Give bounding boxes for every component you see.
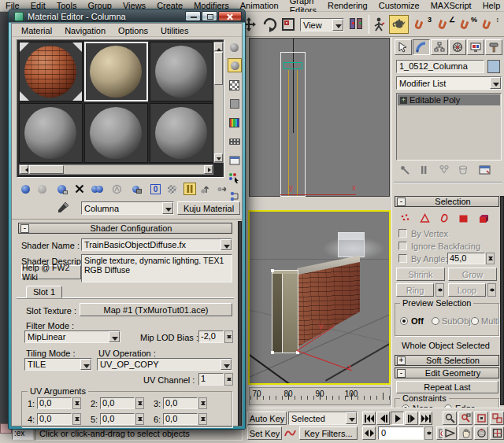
chevron-down-icon[interactable]: [220, 239, 232, 250]
repeat-last-button[interactable]: Repeat Last: [396, 381, 498, 393]
material-slot-4[interactable]: [19, 103, 83, 163]
selection-set-dropdown[interactable]: Selected: [288, 412, 358, 425]
menu-item-help[interactable]: Help: [477, 1, 504, 10]
collapse-icon[interactable]: -: [397, 198, 406, 206]
uv-arg-3-field[interactable]: 0,0: [163, 397, 198, 409]
next-frame-button[interactable]: [405, 412, 418, 425]
show-map-in-viewport-icon[interactable]: [165, 183, 179, 195]
uv-arg-5-field[interactable]: 0,0: [100, 413, 135, 425]
uv-channel-spinner[interactable]: [224, 373, 233, 386]
sample-uv-tiling-icon[interactable]: [228, 98, 241, 110]
material-name-dropdown[interactable]: Columna: [81, 201, 174, 215]
vertex-subobject-icon[interactable]: [398, 212, 412, 224]
material-editor-options-icon[interactable]: [228, 154, 241, 167]
material-id-channel-icon[interactable]: 0: [149, 183, 162, 195]
pick-material-eyedropper-icon[interactable]: [57, 201, 69, 213]
filter-mode-dropdown[interactable]: MipLinear: [24, 330, 120, 343]
material-slot-3[interactable]: [150, 42, 213, 102]
by-angle-checkbox[interactable]: [398, 254, 407, 263]
chevron-down-icon[interactable]: [80, 359, 91, 370]
mip-lod-bias-spinner[interactable]: [224, 330, 233, 343]
expand-icon[interactable]: +: [397, 356, 406, 365]
snap-toggle-icon[interactable]: 3: [413, 16, 432, 33]
put-material-to-scene-icon[interactable]: [35, 183, 49, 195]
go-to-end-button[interactable]: [419, 412, 432, 425]
set-key-button[interactable]: Set Key: [247, 426, 282, 440]
menu-item-rendering[interactable]: Rendering: [322, 1, 373, 10]
by-vertex-checkbox[interactable]: [398, 229, 407, 238]
put-to-library-icon[interactable]: [129, 183, 143, 195]
chevron-down-icon[interactable]: [490, 77, 501, 89]
scroll-down-icon[interactable]: [214, 153, 223, 162]
frame-spinner[interactable]: [424, 426, 433, 440]
loop-spinner[interactable]: [487, 283, 496, 297]
object-color-swatch[interactable]: [487, 60, 500, 73]
collapse-icon[interactable]: -: [20, 224, 29, 233]
slots-horizontal-scrollbar[interactable]: [19, 164, 213, 175]
selection-rollout-header[interactable]: - Selection: [395, 196, 499, 207]
render-teapot-icon[interactable]: [389, 15, 409, 34]
uv-arg-4-field[interactable]: 0,0: [37, 413, 72, 425]
key-mode-toggle[interactable]: [362, 426, 376, 440]
sample-type-icon[interactable]: [228, 41, 241, 54]
uv-arg-3-spinner[interactable]: [198, 397, 207, 409]
shrink-button[interactable]: Shrink: [396, 268, 445, 281]
chevron-down-icon[interactable]: [346, 412, 357, 424]
material-slot-5[interactable]: [84, 103, 148, 163]
utilities-tab[interactable]: [485, 39, 502, 55]
spinner-snap-icon[interactable]: ↕: [480, 16, 499, 33]
scroll-thumb[interactable]: [29, 165, 64, 174]
uv-arg-5-spinner[interactable]: [135, 413, 144, 425]
polygon-subobject-icon[interactable]: [457, 212, 470, 224]
zoom-extents-icon[interactable]: [474, 412, 488, 425]
uv-arg-4-spinner[interactable]: [72, 413, 81, 425]
timeline-ruler[interactable]: 70 80 90 100: [249, 387, 391, 405]
viewport-perspective[interactable]: x y: [248, 210, 391, 385]
edge-subobject-icon[interactable]: [418, 212, 432, 224]
close-icon[interactable]: [218, 11, 242, 21]
preview-subobj-radio[interactable]: [432, 317, 439, 325]
slot-texture-button[interactable]: Map #1 (TxMuroTut01.ace): [80, 303, 232, 316]
maximize-viewport-icon[interactable]: [490, 426, 504, 440]
uv-arg-2-spinner[interactable]: [135, 397, 144, 409]
mip-lod-bias-field[interactable]: -2,0: [198, 330, 224, 343]
material-slot-1[interactable]: [19, 42, 83, 102]
chevron-down-icon[interactable]: [109, 331, 120, 342]
edit-geometry-rollout-header[interactable]: - Edit Geometry: [395, 367, 499, 378]
element-subobject-icon[interactable]: [476, 212, 490, 224]
uv-arg-6-spinner[interactable]: [198, 413, 207, 425]
go-to-start-button[interactable]: [362, 412, 376, 425]
assign-material-to-selection-icon[interactable]: [55, 183, 69, 195]
chevron-down-icon[interactable]: [220, 359, 232, 370]
by-angle-spinner[interactable]: [486, 253, 495, 264]
make-material-copy-icon[interactable]: [91, 183, 104, 195]
auto-key-button[interactable]: Auto Key: [247, 412, 287, 425]
pan-hand-icon[interactable]: [458, 426, 472, 440]
video-color-check-icon[interactable]: [228, 116, 241, 129]
ignore-backfacing-checkbox[interactable]: [398, 242, 407, 250]
expand-icon[interactable]: +: [400, 97, 407, 104]
viewport-front[interactable]: y x: [249, 38, 390, 197]
hierarchy-tab[interactable]: [431, 39, 448, 55]
chevron-down-icon[interactable]: [162, 202, 173, 214]
current-frame-field[interactable]: 0: [378, 426, 424, 440]
slots-vertical-scrollbar[interactable]: [213, 42, 224, 163]
uv-operation-dropdown[interactable]: UV_OP_COPY: [97, 358, 232, 371]
play-button[interactable]: [391, 412, 404, 425]
by-angle-field[interactable]: 45,0: [447, 253, 485, 264]
scroll-up-icon[interactable]: [214, 42, 223, 51]
modifier-list-dropdown[interactable]: Modifier List: [396, 76, 502, 90]
material-class-button[interactable]: Kuju Material: [177, 201, 240, 215]
show-end-result-icon[interactable]: [183, 183, 196, 195]
go-forward-to-sibling-icon[interactable]: [215, 183, 228, 195]
help-fw2-wiki-button[interactable]: Help @ FW2 Wiki: [21, 265, 81, 279]
loop-button[interactable]: Loop: [448, 283, 486, 297]
zoom-all-icon[interactable]: [458, 412, 472, 425]
make-unique-icon[interactable]: [110, 183, 124, 195]
preview-multi-radio[interactable]: [471, 317, 479, 325]
scroll-left-icon[interactable]: [20, 165, 28, 174]
key-filters-button[interactable]: Key Filters...: [299, 426, 358, 440]
create-tab[interactable]: [395, 39, 412, 55]
material-editor-titlebar[interactable]: Material Editor - Columna: [9, 9, 245, 23]
stack-item-editable-poly[interactable]: + Editable Poly: [398, 94, 500, 105]
